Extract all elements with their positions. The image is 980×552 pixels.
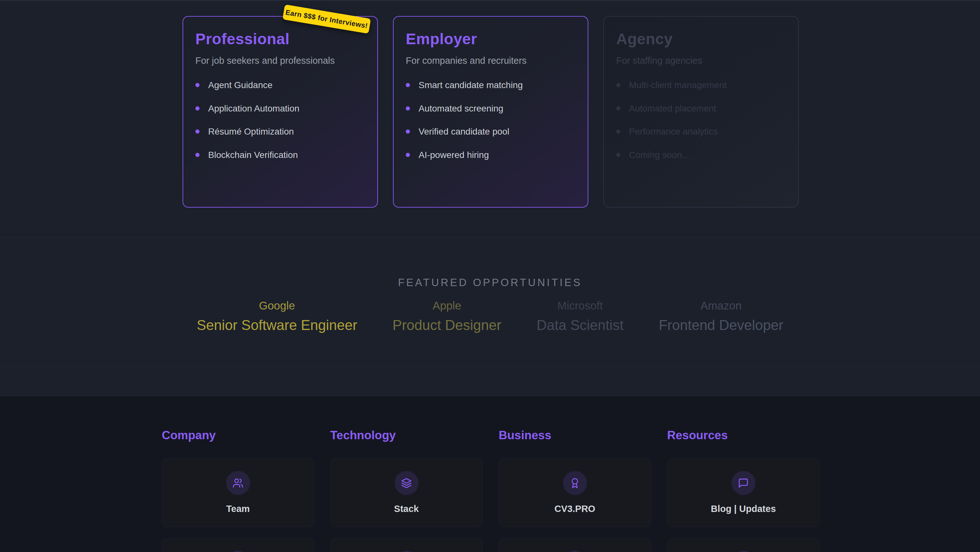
footer-card-label: Team bbox=[226, 504, 250, 514]
featured-heading: FEATURED OPPORTUNITIES bbox=[0, 276, 980, 289]
icon-circle bbox=[563, 471, 587, 495]
plan-feature-label: Multi-client management bbox=[629, 80, 727, 91]
featured-role: Senior Software Engineer bbox=[197, 317, 357, 334]
message-square-icon bbox=[738, 478, 749, 488]
bullet-icon bbox=[196, 83, 199, 87]
featured-item-microsoft[interactable]: Microsoft Data Scientist bbox=[537, 299, 624, 334]
plan-feature-label: Application Automation bbox=[208, 103, 299, 114]
plan-feature: AI-powered hiring bbox=[406, 150, 576, 161]
featured-item-apple[interactable]: Apple Product Designer bbox=[393, 299, 501, 334]
plan-feature: Résumé Optimization bbox=[196, 126, 365, 137]
plan-feature: Application Automation bbox=[196, 103, 365, 114]
layers-icon bbox=[401, 478, 412, 488]
footer-card-label: Blog | Updates bbox=[711, 504, 776, 514]
bullet-icon bbox=[406, 106, 410, 110]
plan-feature-label: Automated screening bbox=[418, 103, 503, 114]
featured-company: Google bbox=[197, 299, 357, 313]
bullet-icon bbox=[196, 153, 199, 157]
plan-subtitle: For companies and recruiters bbox=[406, 55, 576, 66]
footer-card-label: Stack bbox=[394, 504, 418, 514]
plan-feature: Automated placement bbox=[616, 103, 786, 114]
plan-feature: Smart candidate matching bbox=[406, 80, 576, 91]
footer-column-heading: Company bbox=[162, 428, 314, 442]
plan-feature-label: Smart candidate matching bbox=[418, 80, 523, 91]
plan-feature-label: Blockchain Verification bbox=[208, 150, 298, 161]
plan-feature-label: Coming soon... bbox=[629, 150, 689, 161]
footer-column-resources: Resources Blog | Updates bbox=[667, 428, 819, 552]
icon-circle bbox=[732, 551, 756, 552]
footer-card-label: CV3.PRO bbox=[554, 504, 595, 514]
icon-circle bbox=[563, 551, 587, 552]
featured-company: Apple bbox=[393, 299, 501, 313]
plan-feature: Performance analytics bbox=[616, 126, 786, 137]
bullet-icon bbox=[616, 83, 620, 87]
plan-feature-list: Smart candidate matching Automated scree… bbox=[406, 80, 576, 160]
footer-card-blog[interactable]: Blog | Updates bbox=[667, 459, 819, 527]
plan-feature: Automated screening bbox=[406, 103, 576, 114]
footer-card-row2[interactable] bbox=[499, 539, 651, 552]
users-icon bbox=[232, 478, 243, 488]
featured-opportunities-section: FEATURED OPPORTUNITIES Google Senior Sof… bbox=[0, 238, 980, 367]
footer: Company Team Technology Stack bbox=[0, 396, 980, 552]
footer-card-stack[interactable]: Stack bbox=[330, 459, 483, 527]
section-divider-top bbox=[0, 0, 980, 1]
bullet-icon bbox=[616, 153, 620, 157]
award-icon bbox=[570, 478, 580, 488]
icon-circle bbox=[732, 471, 756, 495]
icon-circle bbox=[395, 471, 418, 495]
plan-feature: Multi-client management bbox=[616, 80, 786, 91]
plan-feature-label: AI-powered hiring bbox=[418, 150, 489, 161]
featured-role: Data Scientist bbox=[537, 317, 624, 334]
bullet-icon bbox=[406, 129, 410, 134]
icon-circle bbox=[395, 551, 418, 552]
plan-feature-label: Verified candidate pool bbox=[418, 126, 509, 137]
footer-column-business: Business CV3.PRO bbox=[499, 428, 651, 552]
plan-title: Agency bbox=[616, 30, 786, 48]
plan-title: Professional bbox=[196, 30, 365, 48]
plan-feature-label: Automated placement bbox=[629, 103, 716, 114]
plan-feature-label: Résumé Optimization bbox=[208, 126, 294, 137]
plan-feature-label: Performance analytics bbox=[629, 126, 718, 137]
footer-card-cv3pro[interactable]: CV3.PRO bbox=[499, 459, 651, 527]
footer-column-heading: Resources bbox=[667, 428, 819, 442]
footer-column-company: Company Team bbox=[162, 428, 314, 552]
plan-card-agency: Agency For staffing agencies Multi-clien… bbox=[603, 16, 799, 207]
plan-feature: Coming soon... bbox=[616, 150, 786, 161]
empty-strip-section bbox=[0, 367, 980, 396]
bullet-icon bbox=[406, 83, 410, 87]
footer-column-heading: Technology bbox=[330, 428, 483, 442]
footer-column-heading: Business bbox=[499, 428, 651, 442]
footer-card-row2[interactable] bbox=[667, 539, 819, 552]
featured-item-amazon[interactable]: Amazon Frontend Developer bbox=[659, 299, 783, 334]
plan-title: Employer bbox=[406, 30, 576, 48]
plan-feature-list: Multi-client management Automated placem… bbox=[616, 80, 786, 160]
plan-card-employer[interactable]: Employer For companies and recruiters Sm… bbox=[393, 16, 588, 207]
bullet-icon bbox=[196, 129, 199, 134]
footer-card-row2[interactable] bbox=[330, 539, 483, 552]
plan-feature-list: Agent Guidance Application Automation Ré… bbox=[196, 80, 365, 160]
featured-role: Frontend Developer bbox=[659, 317, 783, 334]
footer-column-technology: Technology Stack bbox=[330, 428, 483, 552]
featured-company: Amazon bbox=[659, 299, 783, 313]
bullet-icon bbox=[616, 106, 620, 110]
plan-card-professional[interactable]: Professional For job seekers and profess… bbox=[183, 16, 378, 207]
featured-row: Google Senior Software Engineer Apple Pr… bbox=[0, 299, 980, 334]
featured-role: Product Designer bbox=[393, 317, 501, 334]
plan-feature: Verified candidate pool bbox=[406, 126, 576, 137]
bullet-icon bbox=[196, 106, 199, 110]
plans-section: Professional For job seekers and profess… bbox=[183, 16, 799, 207]
plan-subtitle: For staffing agencies bbox=[616, 55, 786, 66]
bullet-icon bbox=[406, 153, 410, 157]
icon-circle bbox=[226, 551, 250, 552]
plan-subtitle: For job seekers and professionals bbox=[196, 55, 365, 66]
footer-card-team[interactable]: Team bbox=[162, 459, 314, 527]
footer-card-row2[interactable] bbox=[162, 539, 314, 552]
plan-feature: Agent Guidance bbox=[196, 80, 365, 91]
featured-item-google[interactable]: Google Senior Software Engineer bbox=[197, 299, 357, 334]
featured-company: Microsoft bbox=[537, 299, 624, 313]
bullet-icon bbox=[616, 129, 620, 134]
plan-feature-label: Agent Guidance bbox=[208, 80, 272, 91]
plan-feature: Blockchain Verification bbox=[196, 150, 365, 161]
icon-circle bbox=[226, 471, 250, 495]
footer-grid: Company Team Technology Stack bbox=[162, 428, 980, 552]
